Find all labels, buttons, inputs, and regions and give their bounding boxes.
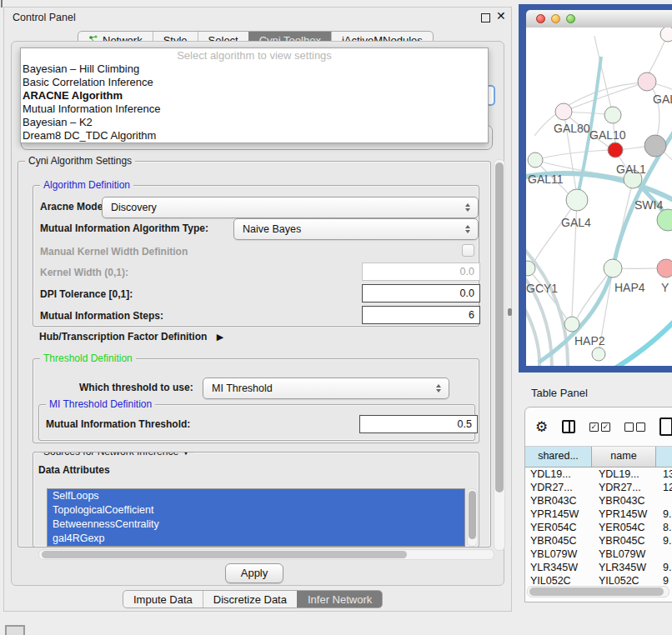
deselect-all-columns-icon[interactable] [624,422,645,432]
hub-factor-label: Hub/Transcription Factor Definition [39,331,207,342]
float-window-icon[interactable] [481,13,490,22]
cell-shared-name: YDL19... [525,468,593,481]
which-threshold-label: Which threshold to use: [79,382,193,393]
kernel-width-field[interactable]: 0.0 [362,262,480,281]
algorithm-option[interactable]: Mutual Information Inference [21,102,488,116]
table-row[interactable]: YDR27... YDR27... 12 [525,481,672,494]
settings-horizontal-scrollbar[interactable] [38,549,494,560]
which-threshold-combobox[interactable]: MI Threshold [203,378,449,399]
node-label-gal1: GAL1 [616,162,646,176]
cell-name: YDR27... [593,481,657,494]
cell-name: YER054C [593,521,657,534]
network-canvas[interactable]: GAL GAL80 GAL10 GAL1 GAL11 SWI4 GAL4 GCY… [526,28,672,366]
cell-shared-name: YDR27... [525,481,593,494]
cell-name: YBR043C [593,494,657,508]
mi-steps-field[interactable]: 6 [362,306,480,324]
dpi-tolerance-field[interactable]: 0.0 [362,284,480,302]
data-attributes-list: SelfLoops TopologicalCoefficient Between… [47,488,465,547]
attribute-list-scrollbar[interactable] [467,488,478,547]
column-header-shared-name[interactable]: shared... [525,447,592,467]
cell-name: YBL079W [593,548,657,561]
cell-shared-name: YBR045C [525,534,593,548]
combobox-arrows-icon [461,203,474,212]
data-attribute-item[interactable]: TopologicalCoefficient [48,503,464,518]
network-window-titlebar[interactable] [526,10,672,28]
select-all-columns-icon[interactable]: ✓✓ [589,422,610,432]
apply-button[interactable]: Apply [225,563,283,583]
table-panel-title: Table Panel [531,387,588,399]
tab-infer-network-label: Infer Network [308,593,372,606]
node-gal10[interactable] [604,107,621,123]
node-gal1-selected[interactable] [608,142,623,158]
cell-shared-name: YLR345W [525,561,593,574]
node-label-gal11: GAL11 [528,172,564,186]
table-row[interactable]: YER054C YER054C 8. [525,521,672,534]
algorithm-option[interactable]: Basic Correlation Inference [21,76,488,89]
close-window-icon[interactable] [536,14,545,23]
tab-infer-network[interactable]: Infer Network [297,591,382,608]
mi-algorithm-type-combobox[interactable]: Naive Bayes [233,218,479,240]
mi-threshold-definition-title: MI Threshold Definition [46,398,155,411]
minimized-panel-icon[interactable] [5,625,25,635]
network-graph: GAL GAL80 GAL10 GAL1 GAL11 SWI4 GAL4 GCY… [526,28,672,366]
mi-threshold-field[interactable]: 0.5 [359,415,478,433]
table-row[interactable]: YLR345W YLR345W 9. [525,561,672,574]
zoom-window-icon[interactable] [566,14,575,23]
node-gal11[interactable] [528,152,543,168]
tab-impute-data[interactable]: Impute Data [123,591,203,608]
manual-kernel-width-checkbox[interactable] [462,244,474,257]
cell-value: 9. [657,534,672,548]
minimize-window-icon[interactable] [551,14,560,23]
tab-discretize-data[interactable]: Discretize Data [203,591,297,608]
sources-title: Sources for Network Inference ▼ [40,452,193,458]
data-attribute-label: gal4RGexp [53,532,105,544]
cell-shared-name: YBR043C [525,494,593,508]
tab-discretize-data-label: Discretize Data [213,593,287,606]
node-unlabeled-top[interactable] [660,28,672,42]
column-header-name[interactable]: name [592,447,656,467]
node-swi4[interactable] [657,209,672,231]
cell-value [657,494,672,508]
node-unlabeled-bottom[interactable] [592,348,605,361]
table-row[interactable]: YPR145W YPR145W 9. [525,508,672,521]
column-header-partial[interactable] [656,447,672,467]
algorithm-option-label: Mutual Information Inference [23,102,160,115]
column-layout-icon[interactable] [562,420,574,433]
node-gal-partial[interactable] [638,72,656,91]
threshold-definition-group: Threshold Definition Which threshold to … [33,358,479,443]
panel-splitter-handle[interactable] [508,308,512,316]
table-row[interactable]: YBR043C YBR043C [525,494,672,508]
data-attribute-label: SelfLoops [53,490,99,502]
close-panel-icon[interactable]: ✕ [496,9,506,22]
node-gal4[interactable] [566,189,588,211]
sources-group: Sources for Network Inference ▼ Data Att… [33,452,479,548]
algorithm-option-list: Bayesian – Hill Climbing Basic Correlati… [21,62,488,142]
algorithm-option[interactable]: Dream8 DC_TDC Algorithm [21,129,488,142]
node-y-partial[interactable] [657,259,672,278]
table-horizontal-scrollbar[interactable] [527,586,669,598]
gear-icon[interactable]: ⚙ [535,420,548,434]
data-attribute-item[interactable]: SelfLoops [48,489,464,503]
algorithm-option[interactable]: Bayesian – Hill Climbing [21,62,488,76]
cell-name: YLR345W [593,561,657,574]
data-attribute-item[interactable]: BetweennessCentrality [48,518,464,532]
cell-value: 9. [657,508,672,521]
algorithm-option[interactable]: Bayesian – K2 [21,116,488,129]
algorithm-option[interactable]: ARACNE Algorithm [21,89,488,102]
kernel-width-label: Kernel Width (0,1): [40,267,128,278]
table-row[interactable]: YBR045C YBR045C 9. [525,534,672,548]
cell-shared-name: YPR145W [525,508,593,521]
table-row[interactable]: YDL19... YDL19... 13 [525,468,672,481]
dpi-tolerance-label: DPI Tolerance [0,1]: [40,288,133,300]
node-label-gal10: GAL10 [589,128,626,142]
new-table-icon[interactable] [659,418,672,436]
node-hap4[interactable] [604,259,622,278]
node-gray[interactable] [644,135,666,157]
node-gal80[interactable] [555,103,572,120]
hub-factor-expander[interactable]: Hub/Transcription Factor Definition ▶ [39,331,223,342]
node-hap2[interactable] [564,317,579,332]
table-row[interactable]: YBL079W YBL079W [525,548,672,561]
aracne-mode-combobox[interactable]: Discovery [102,197,479,218]
data-attribute-item[interactable]: gal4RGexp [48,532,464,546]
settings-vertical-scrollbar[interactable] [494,159,505,551]
